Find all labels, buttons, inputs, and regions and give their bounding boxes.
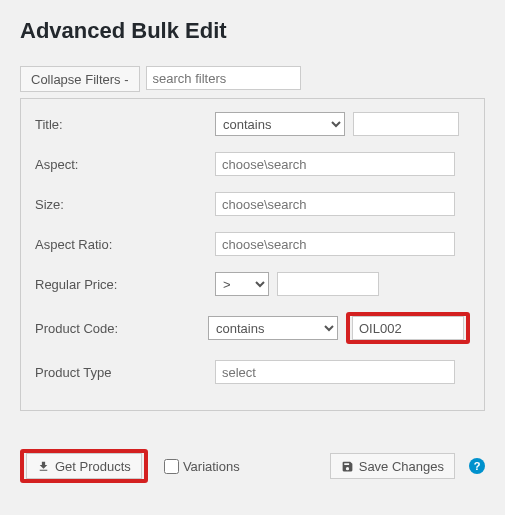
variations-label: Variations	[183, 459, 240, 474]
variations-checkbox-wrap[interactable]: Variations	[164, 459, 240, 474]
product-code-label: Product Code:	[35, 321, 208, 336]
app-root: Advanced Bulk Edit Collapse Filters - Ti…	[0, 0, 505, 503]
filter-row-product-code: Product Code: contains	[21, 304, 484, 352]
aspect-input[interactable]	[215, 152, 455, 176]
product-type-label: Product Type	[35, 365, 215, 380]
get-products-button[interactable]: Get Products	[26, 453, 142, 479]
product-code-value-input[interactable]	[352, 316, 464, 340]
filter-row-aspect: Aspect:	[21, 144, 484, 184]
filter-row-title: Title: contains	[21, 104, 484, 144]
product-code-operator-select[interactable]: contains	[208, 316, 338, 340]
help-icon[interactable]: ?	[469, 458, 485, 474]
collapse-filters-button[interactable]: Collapse Filters -	[20, 66, 140, 92]
filter-toolbar: Collapse Filters -	[0, 66, 505, 98]
variations-checkbox[interactable]	[164, 459, 179, 474]
regular-price-value-input[interactable]	[277, 272, 379, 296]
search-filters-input[interactable]	[146, 66, 301, 90]
get-products-label: Get Products	[55, 459, 131, 474]
action-bar: Get Products Variations Save Changes ?	[0, 411, 505, 483]
filter-row-product-type: Product Type	[21, 352, 484, 392]
aspect-ratio-label: Aspect Ratio:	[35, 237, 215, 252]
get-products-highlight: Get Products	[20, 449, 148, 483]
title-operator-select[interactable]: contains	[215, 112, 345, 136]
size-input[interactable]	[215, 192, 455, 216]
aspect-label: Aspect:	[35, 157, 215, 172]
filter-panel: Title: contains Aspect: Size: Aspect Rat…	[20, 98, 485, 411]
download-icon	[37, 460, 50, 473]
regular-price-operator-select[interactable]: >	[215, 272, 269, 296]
regular-price-label: Regular Price:	[35, 277, 215, 292]
filter-row-size: Size:	[21, 184, 484, 224]
filter-row-aspect-ratio: Aspect Ratio:	[21, 224, 484, 264]
product-type-input[interactable]	[215, 360, 455, 384]
save-changes-button[interactable]: Save Changes	[330, 453, 455, 479]
title-value-input[interactable]	[353, 112, 459, 136]
save-icon	[341, 460, 354, 473]
product-code-highlight	[346, 312, 470, 344]
filter-row-regular-price: Regular Price: >	[21, 264, 484, 304]
size-label: Size:	[35, 197, 215, 212]
title-label: Title:	[35, 117, 215, 132]
aspect-ratio-input[interactable]	[215, 232, 455, 256]
page-title: Advanced Bulk Edit	[0, 0, 505, 66]
save-changes-label: Save Changes	[359, 459, 444, 474]
